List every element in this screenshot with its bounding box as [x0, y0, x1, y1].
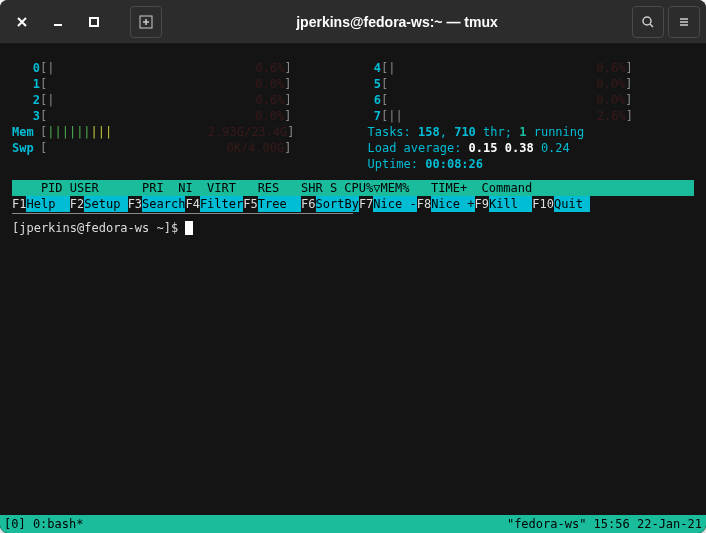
htop-meters: 0[|0.6%] 1[0.0%] 2[|0.6%] 3[0.0%] Mem[||… — [12, 60, 694, 172]
cpu-3-label: 3 — [12, 108, 40, 124]
process-columns-header[interactable]: PID USER PRI NI VIRT RES SHR S CPU%▽MEM%… — [12, 180, 694, 196]
cpu-0-label: 0 — [12, 60, 40, 76]
cpu-5-label: 5 — [353, 76, 381, 92]
fkey-nice-up[interactable]: Nice + — [431, 196, 474, 212]
fkey-sortby[interactable]: SortBy — [316, 196, 359, 212]
svg-rect-0 — [90, 18, 98, 26]
shell-prompt-line[interactable]: [jperkins@fedora-ws ~]$ — [12, 220, 694, 236]
tasks-line: Tasks: 158, 710 thr; 1 running — [353, 124, 694, 140]
tmux-status-right: "fedora-ws" 15:56 22-Jan-21 — [507, 515, 702, 533]
swp-label: Swp — [12, 140, 40, 156]
search-button[interactable] — [632, 6, 664, 38]
titlebar: jperkins@fedora-ws:~ — tmux — [0, 0, 706, 44]
maximize-button[interactable] — [78, 6, 110, 38]
fkey-quit[interactable]: Quit — [554, 196, 590, 212]
cpu-7-label: 7 — [353, 108, 381, 124]
cpu-1-label: 1 — [12, 76, 40, 92]
function-key-bar: F1Help F2Setup F3SearchF4FilterF5Tree F6… — [12, 196, 694, 212]
fkey-filter[interactable]: Filter — [200, 196, 243, 212]
window-title: jperkins@fedora-ws:~ — tmux — [166, 14, 628, 30]
mem-label: Mem — [12, 124, 40, 140]
tmux-status-bar[interactable]: [0] 0:bash* "fedora-ws" 15:56 22-Jan-21 — [0, 515, 706, 533]
pane-divider — [12, 213, 353, 214]
fkey-tree[interactable]: Tree — [258, 196, 301, 212]
svg-point-2 — [643, 17, 651, 25]
cpu-2-label: 2 — [12, 92, 40, 108]
fkey-setup[interactable]: Setup — [84, 196, 127, 212]
fkey-nice-down[interactable]: Nice - — [373, 196, 416, 212]
cursor-icon — [185, 221, 193, 235]
cpu-4-label: 4 — [353, 60, 381, 76]
tmux-status-left: [0] 0:bash* — [4, 515, 83, 533]
load-line: Load average: 0.15 0.38 0.24 — [353, 140, 694, 156]
minimize-button[interactable] — [42, 6, 74, 38]
uptime-line: Uptime: 00:08:26 — [353, 156, 694, 172]
fkey-kill[interactable]: Kill — [489, 196, 532, 212]
fkey-search[interactable]: Search — [142, 196, 185, 212]
fkey-help[interactable]: Help — [26, 196, 69, 212]
shell-prompt: [jperkins@fedora-ws ~]$ — [12, 221, 185, 235]
close-button[interactable] — [6, 6, 38, 38]
terminal-content[interactable]: 0[|0.6%] 1[0.0%] 2[|0.6%] 3[0.0%] Mem[||… — [0, 44, 706, 533]
cpu-6-label: 6 — [353, 92, 381, 108]
new-tab-button[interactable] — [130, 6, 162, 38]
terminal-window: jperkins@fedora-ws:~ — tmux 0[|0.6%] 1[0… — [0, 0, 706, 533]
menu-button[interactable] — [668, 6, 700, 38]
